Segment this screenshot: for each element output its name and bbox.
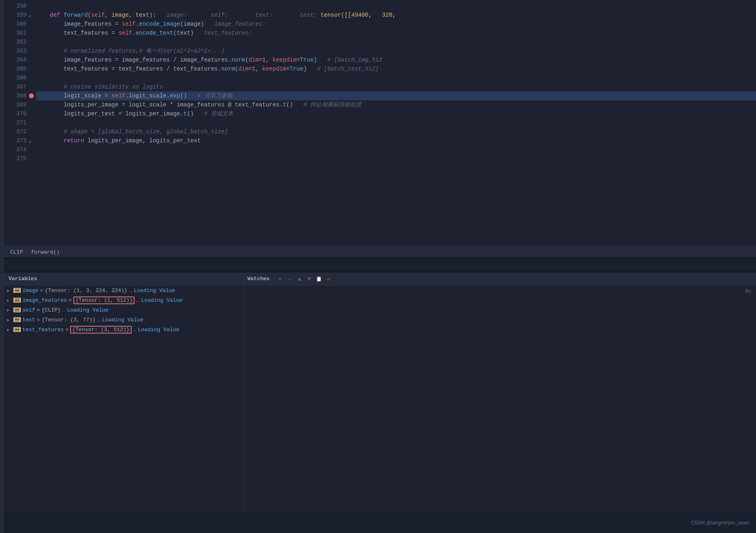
watches-copy-btn[interactable]: 📋	[315, 275, 324, 283]
var-equals-self: =	[37, 307, 40, 313]
var-icon-text-features	[13, 327, 21, 332]
line-num-368: 368	[4, 91, 31, 100]
line-num-373: 373 ⊿	[4, 136, 31, 145]
line-num-362: 362	[4, 38, 31, 46]
var-value-text-features: {Tensor: (3, 512)}	[70, 326, 131, 334]
var-name-image: image	[22, 288, 38, 294]
expand-arrow-text-features[interactable]: ▶	[7, 327, 12, 332]
var-dots-text: …	[97, 317, 101, 323]
var-name-text: text	[22, 317, 35, 323]
code-line-362	[36, 38, 756, 46]
var-dots-text-features: …	[133, 327, 137, 333]
expand-arrow-text[interactable]: ▶	[7, 317, 12, 323]
line-num-364: 364	[4, 55, 31, 64]
code-line-359: def forward(self, image, text): image: s…	[36, 11, 756, 20]
var-row-text-features[interactable]: ▶ text_features = {Tensor: (3, 512)} … L…	[4, 325, 244, 334]
expand-arrow-image-features[interactable]: ▶	[7, 298, 12, 303]
watermark-area: CSDN @tangminjon_owen	[4, 513, 756, 533]
var-row-image-features[interactable]: ▶ image_features = {Tensor: (1, 512)} … …	[4, 295, 244, 305]
var-icon-text	[13, 317, 21, 322]
var-value-text: {Tensor: (3, 77)}	[42, 317, 96, 323]
breadcrumb-sep-1: ›	[25, 249, 29, 255]
code-line-369: logits_per_image = logit_scale * image_f…	[36, 100, 756, 109]
var-value-self: {CLIP}	[42, 307, 61, 313]
var-loading-link-image-features[interactable]: Loading Value	[141, 297, 182, 303]
line-num-366: 366	[4, 73, 31, 82]
line-numbers: 358 359 ⊿ 360 361 362 363 364 365	[4, 2, 33, 241]
var-dots-image: …	[129, 288, 132, 294]
var-icon-self	[13, 307, 21, 312]
watches-no-content: No	[745, 289, 751, 294]
line-num-360: 360	[4, 20, 31, 29]
code-line-365: text_features = text_features / text_fea…	[36, 64, 756, 73]
line-num-359: 359 ⊿	[4, 11, 31, 20]
line-num-361: 361	[4, 29, 31, 38]
line-num-369: 369	[4, 100, 31, 109]
code-line-375	[36, 154, 756, 163]
fold-icon-373[interactable]: ⊿	[28, 137, 31, 146]
line-num-363: 363	[4, 46, 31, 55]
var-equals-text: =	[37, 317, 40, 323]
var-row-text[interactable]: ▶ text = {Tensor: (3, 77)} … Loading Val…	[4, 315, 244, 325]
code-line-366	[36, 73, 756, 82]
var-equals-image-features: =	[68, 297, 72, 303]
code-line-368: logit_scale = self.logit_scale.exp() # 可…	[36, 91, 756, 100]
panel-divider	[4, 258, 756, 272]
expand-arrow-image[interactable]: ▶	[7, 288, 12, 293]
fold-icon-359[interactable]: ⊿	[28, 12, 31, 21]
watches-down-btn[interactable]: ▼	[305, 275, 314, 283]
code-line-372: # shape = [global_batch_size, global_bat…	[36, 127, 756, 136]
watermark-text: CSDN @tangminjon_owen	[691, 520, 749, 526]
var-icon-image-features	[13, 298, 21, 303]
debug-panels: Variables ▶ image = {Tensor: (1, 3, 224,…	[4, 272, 756, 513]
code-line-361: text_features = self.encode_text(text) t…	[36, 29, 756, 38]
line-num-371: 371	[4, 118, 31, 127]
line-num-374: 374	[4, 145, 31, 154]
var-value-image: {Tensor: (1, 3, 224, 224)}	[45, 288, 128, 294]
watches-minus-btn[interactable]: −	[285, 275, 294, 283]
watches-infinite-btn[interactable]: ∞	[324, 275, 333, 283]
expand-arrow-self[interactable]: ▶	[7, 307, 12, 313]
code-line-373: return logits_per_image, logits_per_text	[36, 136, 756, 145]
code-line-371	[36, 118, 756, 127]
code-line-370: logits_per_text = logits_per_image.t() #…	[36, 109, 756, 118]
line-num-370: 370	[4, 109, 31, 118]
breadcrumb-clip: CLIP	[10, 249, 23, 255]
var-equals-text-features: =	[65, 327, 68, 333]
code-line-358	[36, 2, 756, 11]
watches-title: Watches	[247, 276, 270, 282]
code-line-374	[36, 145, 756, 154]
line-num-372: 372	[4, 127, 31, 136]
watches-add-btn[interactable]: +	[276, 275, 284, 283]
watches-panel-header: Watches + − ▲ ▼ 📋 ∞	[244, 272, 756, 285]
variables-panel: Variables ▶ image = {Tensor: (1, 3, 224,…	[4, 272, 244, 513]
var-loading-link-text[interactable]: Loading Value	[102, 317, 143, 323]
var-name-text-features: text_features	[22, 327, 64, 333]
var-loading-link-image[interactable]: Loading Value	[134, 288, 175, 294]
code-line-363: # normalized features,# 每一行sqr(a1^2+a2^2…	[36, 46, 756, 55]
var-dots-image-features: …	[136, 297, 139, 303]
line-num-358: 358	[4, 2, 31, 11]
line-num-375: 375	[4, 154, 31, 163]
var-equals-image: =	[40, 288, 43, 294]
variables-panel-header: Variables	[4, 272, 244, 285]
line-num-367: 367	[4, 82, 31, 91]
var-row-self[interactable]: ▶ self = {CLIP} … Loading Value	[4, 305, 244, 315]
var-name-image-features: image_features	[22, 297, 67, 303]
var-loading-link-self[interactable]: Loading Value	[67, 307, 108, 313]
breadcrumb-forward: forward()	[31, 249, 60, 255]
watches-up-btn[interactable]: ▲	[295, 275, 304, 283]
code-line-360: image_features = self.encode_image(image…	[36, 20, 756, 29]
var-icon-image	[13, 288, 21, 293]
code-lines[interactable]: def forward(self, image, text): image: s…	[33, 2, 756, 241]
breadcrumb-bar: CLIP › forward()	[4, 246, 756, 258]
var-value-image-features: {Tensor: (1, 512)}	[73, 296, 134, 304]
var-name-self: self	[22, 307, 35, 313]
var-row-image[interactable]: ▶ image = {Tensor: (1, 3, 224, 224)} … L…	[4, 285, 244, 295]
breakpoint-368	[29, 93, 34, 98]
code-line-364: image_features = image_features / image_…	[36, 55, 756, 64]
line-num-365: 365	[4, 64, 31, 73]
var-loading-link-text-features[interactable]: Loading Value	[138, 327, 179, 333]
editor-area: 358 359 ⊿ 360 361 362 363 364 365	[4, 0, 756, 241]
watches-content: No	[244, 285, 756, 513]
